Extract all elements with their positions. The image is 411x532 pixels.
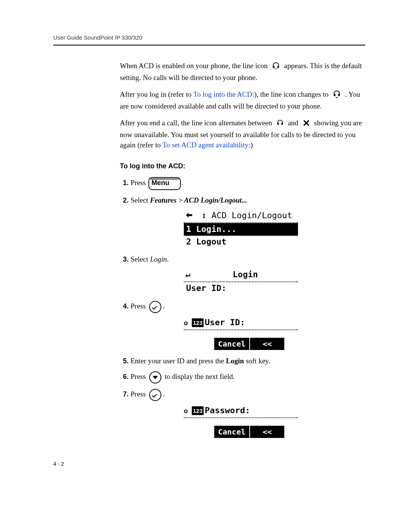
x-cross-icon bbox=[303, 119, 310, 130]
text: After you log in (refer to bbox=[120, 90, 193, 98]
down-arrow-hard-key-icon bbox=[149, 371, 161, 383]
back-arrow-icon: ↵ bbox=[185, 269, 190, 281]
link-to-log-into-acd[interactable]: To log into the ACD: bbox=[193, 90, 254, 98]
text: . bbox=[182, 179, 183, 187]
lcd-row-login: 1 Login... bbox=[184, 223, 298, 236]
step-2: Select Features > ACD Login/Logout... ↕ … bbox=[131, 195, 365, 248]
text: . bbox=[163, 390, 165, 398]
section-heading: To log into the ACD: bbox=[120, 161, 365, 171]
step-1: Press Menu. bbox=[131, 177, 365, 190]
menu-path: Features > ACD Login/Logout... bbox=[150, 196, 247, 204]
softkey-backspace: << bbox=[250, 338, 284, 350]
headset-filled-icon bbox=[333, 90, 341, 101]
step-5: Enter your user ID and press the Login s… bbox=[131, 356, 365, 366]
step-3: Select Login. ↵ Login User ID: bbox=[131, 254, 365, 295]
header-rule bbox=[53, 45, 365, 46]
text: After you end a call, the line icon alte… bbox=[120, 119, 272, 127]
softkey-name: Login bbox=[226, 357, 244, 365]
input-mode-icon bbox=[184, 407, 191, 414]
text: ) bbox=[250, 141, 253, 149]
back-arrow-icon bbox=[185, 210, 198, 222]
lcd-password-entry: 123 Password: Cancel << bbox=[184, 405, 298, 438]
paragraph-acd-enabled: When ACD is enabled on your phone, the l… bbox=[120, 61, 365, 83]
lcd-row-logout: 2 Logout bbox=[184, 236, 298, 248]
item-login: Login bbox=[150, 255, 167, 263]
page-number: 4 - 2 bbox=[53, 461, 365, 467]
field-label: Password: bbox=[205, 405, 250, 417]
lcd-entry-line: 123 Password: bbox=[184, 405, 298, 418]
menu-hard-key: Menu bbox=[148, 177, 181, 190]
text: Press bbox=[131, 390, 146, 398]
running-head: User Guide SoundPoint IP 330/320 bbox=[53, 34, 365, 41]
headset-filled-icon bbox=[276, 119, 284, 130]
softkey-row: Cancel << bbox=[214, 426, 298, 438]
step-7: Press . 123 Password: Cancel << bbox=[131, 389, 365, 438]
input-mode-icon bbox=[184, 319, 191, 326]
lcd-row-userid: User ID: bbox=[184, 282, 298, 295]
lcd-userid-entry: 123 User ID: Cancel << bbox=[184, 317, 298, 350]
lcd-login-userid: ↵ Login User ID: bbox=[184, 268, 298, 295]
text: and bbox=[288, 119, 298, 127]
softkey-row: Cancel << bbox=[214, 338, 298, 350]
input-mode-badge: 123 bbox=[192, 318, 204, 327]
text: Press bbox=[131, 372, 146, 380]
text: Select bbox=[131, 196, 150, 204]
link-set-acd-availability[interactable]: To set ACD agent availability: bbox=[162, 141, 250, 149]
paragraph-after-login: After you log in (refer to To log into t… bbox=[120, 89, 365, 111]
text: to display the next field. bbox=[165, 372, 235, 380]
text: Select bbox=[131, 255, 150, 263]
softkey-cancel: Cancel bbox=[214, 338, 250, 350]
step-list: Press Menu. Select Features > ACD Login/… bbox=[120, 177, 365, 438]
input-mode-badge: 123 bbox=[192, 406, 204, 415]
text: . bbox=[167, 255, 169, 263]
paragraph-after-call: After you end a call, the line icon alte… bbox=[120, 118, 365, 150]
lcd-acd-login-logout: ↕ ACD Login/Logout 1 Login... 2 Logout bbox=[184, 209, 298, 248]
field-label: User ID: bbox=[205, 317, 245, 329]
lcd-entry-line: 123 User ID: bbox=[184, 317, 298, 330]
text: ), the line icon changes to bbox=[254, 90, 328, 98]
text: Press bbox=[131, 179, 146, 187]
check-hard-key-icon bbox=[149, 389, 161, 401]
text: When ACD is enabled on your phone, the l… bbox=[120, 62, 268, 70]
step-4: Press . 123 User ID: Cancel << bbox=[131, 301, 365, 350]
text: . bbox=[163, 302, 165, 310]
main-content: When ACD is enabled on your phone, the l… bbox=[120, 61, 365, 438]
lcd-title: Login bbox=[193, 269, 297, 281]
softkey-backspace: << bbox=[250, 426, 284, 438]
check-hard-key-icon bbox=[149, 301, 161, 313]
text: Enter your user ID and press the bbox=[131, 357, 226, 365]
step-6: Press to display the next field. bbox=[131, 371, 365, 383]
text: Press bbox=[131, 302, 146, 310]
lcd-title: ↕ ACD Login/Logout bbox=[201, 210, 292, 222]
softkey-cancel: Cancel bbox=[214, 426, 250, 438]
lcd-title-row: ↵ Login bbox=[184, 268, 298, 282]
headset-outline-icon bbox=[272, 61, 280, 73]
text: soft key. bbox=[244, 357, 270, 365]
lcd-title-row: ↕ ACD Login/Logout bbox=[184, 209, 298, 223]
